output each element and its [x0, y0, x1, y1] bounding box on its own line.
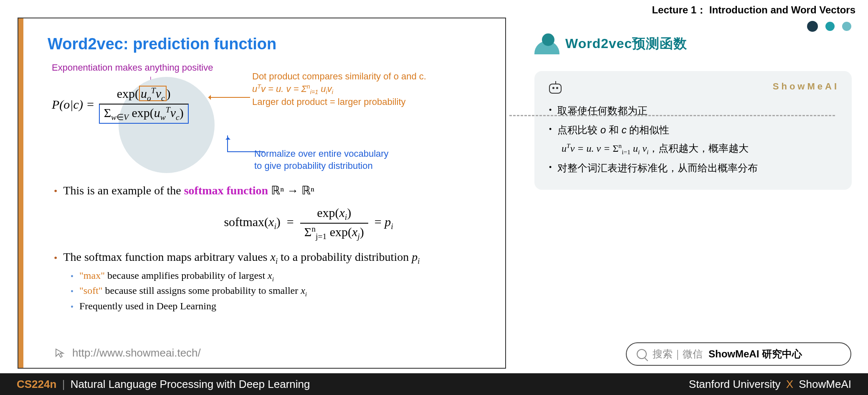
footer-bar: CS224n | Natural Language Processing wit… [0, 373, 868, 395]
footer-university: Stanford University [689, 378, 781, 390]
search-brand: ShowMeAI 研究中心 [709, 347, 802, 361]
footer-brand: ShowMeAI [799, 378, 851, 390]
slide-main: Word2vec: prediction function Exponentia… [18, 18, 506, 369]
source-link[interactable]: http://www.showmeai.tech/ [54, 347, 201, 359]
bullet-softmax-example: • This is an example of the softmax func… [54, 183, 488, 199]
softmax-formula: softmax(xi) = exp(xi) Σnj=1 exp(xj) = pi [129, 205, 488, 242]
search-icon [637, 349, 647, 359]
right-bullet-3: •对整个词汇表进行标准化，从而给出概率分布 [549, 158, 837, 178]
sub-bullet-max: • "max" because amplifies probability of… [71, 270, 488, 283]
arrow-blue-icon [227, 135, 265, 152]
right-bullet-1: •取幂使任何数都为正 [549, 101, 837, 120]
annotation-dotproduct: Dot product compares similarity of o and… [252, 71, 426, 108]
brand-label: ShowMeAI [773, 81, 839, 92]
right-bullet-2: •点积比较 o 和 c 的相似性 [549, 120, 837, 140]
cursor-icon [54, 347, 66, 359]
annot-blue-line1: Normalize over entire vocabulary [254, 148, 389, 160]
annotation-normalize: Normalize over entire vocabulary to give… [254, 148, 389, 172]
right-title: Word2vec预测函数 [565, 35, 687, 53]
arrow-orange-icon [208, 97, 250, 98]
bullet-list: • This is an example of the softmax func… [54, 183, 488, 316]
connector-line [509, 115, 835, 116]
link-text: http://www.showmeai.tech/ [72, 347, 201, 359]
right-math: uTv = u. v = Σni=1 ui vi，点积越大，概率越大 [562, 139, 837, 158]
search-box[interactable]: 搜索｜微信 ShowMeAI 研究中心 [626, 342, 851, 366]
search-hint: 搜索｜微信 [653, 347, 703, 361]
annot-orange-line1: Dot product compares similarity of o and… [252, 71, 426, 83]
accent-bar [18, 18, 23, 368]
bullet-softmax-maps: • The softmax function maps arbitrary va… [54, 250, 488, 266]
section-icon [534, 33, 559, 54]
course-code: CS224n [17, 378, 56, 390]
decorative-dots [807, 21, 851, 32]
course-name: Natural Language Processing with Deep Le… [71, 378, 310, 390]
annot-orange-line3: Larger dot product = larger probability [252, 96, 426, 108]
translation-panel: Word2vec预测函数 ShowMeAI •取幂使任何数都为正 •点积比较 o… [534, 33, 852, 190]
annot-orange-math: uTv = u. v = Σni=1 uivi [252, 83, 426, 96]
annotation-exponentiation: Exponentiation makes anything positive [52, 62, 213, 73]
translation-box: ShowMeAI •取幂使任何数都为正 •点积比较 o 和 c 的相似性 uTv… [534, 71, 852, 190]
annot-blue-line2: to give probability distribution [254, 160, 389, 172]
sub-bullet-soft: • "soft" because still assigns some prob… [71, 285, 488, 298]
probability-formula: P(o|c) = exp(uoTvc) Σw∈V exp(uwTvc) [52, 85, 189, 124]
sub-bullet-frequent: • Frequently used in Deep Learning [71, 301, 488, 313]
slide-title: Word2vec: prediction function [48, 35, 276, 53]
robot-icon [549, 84, 562, 94]
lecture-header: Lecture 1： Introduction and Word Vectors [652, 3, 855, 17]
